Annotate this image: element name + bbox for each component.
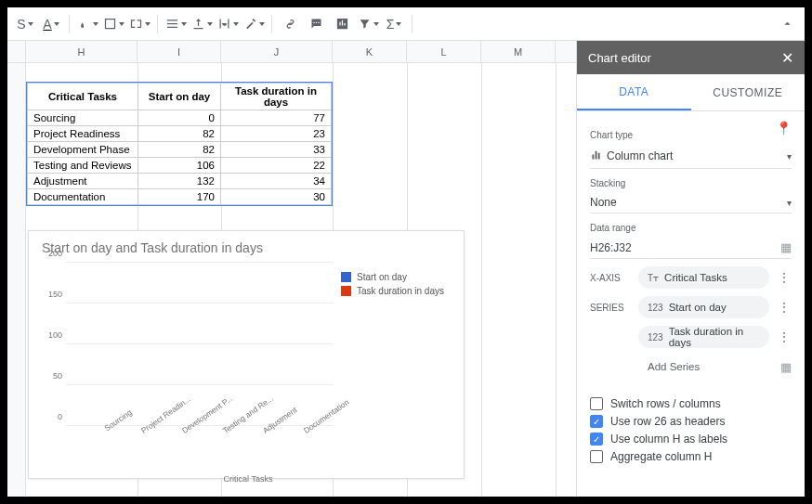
xaxis-label: X-AXIS xyxy=(590,273,631,283)
switch-rows-checkbox[interactable]: Switch rows / columns xyxy=(590,397,792,410)
table-header: Critical Tasks xyxy=(28,84,138,110)
x-tick-label: Adjustment xyxy=(261,407,311,459)
series-label: SERIES xyxy=(590,303,631,313)
number-type-icon: 123 xyxy=(648,332,663,342)
collapse-toolbar-button[interactable] xyxy=(775,12,799,36)
merge-button[interactable] xyxy=(127,12,151,36)
panel-title: Chart editor xyxy=(588,51,651,65)
series-chip[interactable]: 123 Start on day xyxy=(638,296,769,318)
y-tick: 100 xyxy=(48,330,62,340)
table-row[interactable]: Sourcing077 xyxy=(28,110,332,126)
fill-color-button[interactable] xyxy=(75,12,99,36)
col-head-M[interactable]: M xyxy=(481,41,556,62)
data-range-input[interactable]: ▦ xyxy=(590,237,792,259)
table-row[interactable]: Testing and Reviews10622 xyxy=(28,158,332,174)
data-range-field[interactable] xyxy=(590,241,780,254)
data-table[interactable]: Critical Tasks Start on day Task duratio… xyxy=(26,82,333,210)
more-icon[interactable]: ⋮ xyxy=(777,271,792,284)
col-head-K[interactable]: K xyxy=(333,41,407,62)
tab-data[interactable]: DATA xyxy=(577,74,691,110)
filter-button[interactable] xyxy=(356,12,380,36)
col-head-I[interactable]: I xyxy=(138,41,221,62)
tab-customize[interactable]: CUSTOMIZE xyxy=(691,74,805,110)
table-row[interactable]: Project Readiness8223 xyxy=(28,126,332,142)
chart-editor-panel: Chart editor ✕ DATA CUSTOMIZE Chart type… xyxy=(576,41,805,497)
chart-type-label: Chart type xyxy=(590,130,776,140)
panel-header: Chart editor ✕ xyxy=(577,41,805,74)
text-type-icon: Tᴛ xyxy=(648,273,659,283)
grid-icon[interactable]: ▦ xyxy=(780,240,792,254)
grid-icon[interactable]: ▦ xyxy=(780,360,792,374)
table-row[interactable]: Documentation17030 xyxy=(28,189,332,205)
aggregate-checkbox[interactable]: Aggregate column H xyxy=(590,450,792,463)
series-chip[interactable]: 123 Task duration in days xyxy=(638,326,769,348)
x-tick-label: Development P... xyxy=(180,407,230,459)
xaxis-chip[interactable]: Tᴛ Critical Tasks xyxy=(638,266,769,289)
table-row[interactable]: Development Phase8233 xyxy=(28,142,332,158)
data-range-label: Data range xyxy=(590,223,792,233)
add-series-button[interactable]: Add Series xyxy=(638,355,773,378)
y-tick: 0 xyxy=(58,412,62,421)
chevron-down-icon: ▾ xyxy=(787,151,792,162)
col-head-L[interactable]: L xyxy=(407,41,481,62)
more-icon[interactable]: ⋮ xyxy=(777,301,792,314)
column-headers: H I J K L M xyxy=(7,41,576,63)
x-tick-label: Sourcing xyxy=(99,407,150,459)
table-header: Task duration in days xyxy=(221,84,332,110)
chart-title: Start on day and Task duration in days xyxy=(42,240,454,255)
align-v-button[interactable] xyxy=(190,12,214,36)
chart-type-select[interactable]: Column chart ▾ xyxy=(590,144,792,169)
x-tick-label: Project Readin... xyxy=(139,407,190,459)
legend-swatch xyxy=(341,272,351,282)
stacking-select[interactable]: None ▾ xyxy=(590,192,792,213)
close-icon[interactable]: ✕ xyxy=(781,49,793,67)
link-button[interactable] xyxy=(278,12,302,36)
y-tick: 150 xyxy=(48,290,62,299)
chart-legend: Start on day Task duration in days xyxy=(334,263,454,448)
table-header: Start on day xyxy=(138,84,221,110)
wrap-button[interactable] xyxy=(216,12,240,36)
embedded-chart[interactable]: Start on day and Task duration in days 0… xyxy=(28,230,465,479)
number-type-icon: 123 xyxy=(648,303,663,313)
align-h-button[interactable] xyxy=(164,12,188,36)
row-headers xyxy=(7,63,26,497)
more-icon[interactable]: ⋮ xyxy=(777,330,792,343)
column-chart-icon xyxy=(590,148,607,164)
legend-swatch xyxy=(341,286,351,296)
rotate-button[interactable] xyxy=(242,12,266,36)
use-column-labels-checkbox[interactable]: ✓Use column H as labels xyxy=(590,433,792,446)
spreadsheet-grid[interactable]: H I J K L M xyxy=(7,41,576,497)
text-color-button[interactable]: A xyxy=(39,12,63,36)
use-row-headers-checkbox[interactable]: ✓Use row 26 as headers xyxy=(590,415,792,428)
stacking-label: Stacking xyxy=(590,178,792,188)
x-tick-label: Testing and Re... xyxy=(221,407,271,459)
table-row[interactable]: Adjustment13234 xyxy=(28,174,332,189)
y-tick: 50 xyxy=(53,371,62,381)
chevron-down-icon: ▾ xyxy=(787,198,792,208)
col-head-J[interactable]: J xyxy=(221,41,333,62)
comment-button[interactable] xyxy=(304,12,328,36)
y-tick: 200 xyxy=(48,249,62,258)
col-head-H[interactable]: H xyxy=(26,41,138,62)
pin-icon[interactable]: 📍 xyxy=(776,121,792,136)
strikethrough-button[interactable]: S xyxy=(13,12,37,36)
borders-button[interactable] xyxy=(101,12,125,36)
insert-chart-button[interactable] xyxy=(330,12,354,36)
functions-button[interactable]: Σ xyxy=(382,12,406,36)
x-axis-label: Critical Tasks xyxy=(42,474,454,484)
toolbar: S A Σ xyxy=(7,7,805,41)
